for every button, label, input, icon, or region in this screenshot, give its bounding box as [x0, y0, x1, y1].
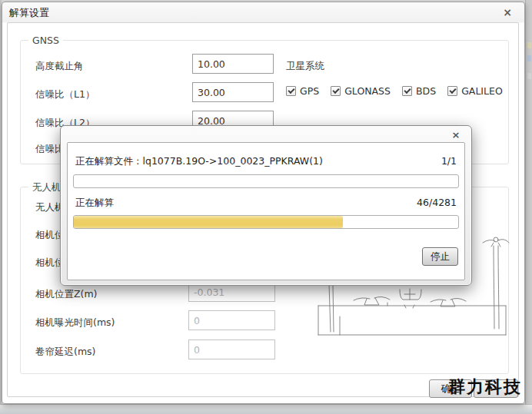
- file-count-value: 1/1: [441, 155, 457, 168]
- progress-dialog: × 正在解算文件：lq1077B.19O->100_0023_PPKRAW(1)…: [60, 125, 472, 286]
- stop-button[interactable]: 停止: [422, 247, 458, 266]
- file-progress-row: 正在解算文件：lq1077B.19O->100_0023_PPKRAW(1) 1…: [75, 155, 457, 168]
- bds-checkbox-label: BDS: [416, 85, 436, 97]
- solving-file-label: 正在解算文件：lq1077B.19O->100_0023_PPKRAW(1): [75, 155, 323, 168]
- background-toolbar-item: [527, 42, 531, 48]
- elevation-cutoff-input[interactable]: [192, 54, 274, 74]
- app-root: 解算设置 × GNSS 高度截止角 卫星系统 信噪比（L1） GPS GLONA…: [0, 0, 532, 414]
- solving-status-label: 正在解算: [75, 197, 114, 210]
- vendor-watermark: 群力科技: [448, 376, 522, 399]
- progress-close-icon[interactable]: ×: [449, 130, 463, 141]
- snr-l1-label: 信噪比（L1）: [35, 88, 95, 101]
- checkbox-glonass[interactable]: GLONASS: [331, 85, 391, 97]
- rolling-shutter-delay-label: 卷帘延迟(ms): [35, 346, 95, 359]
- close-icon[interactable]: ×: [500, 7, 515, 19]
- background-toolbar-item: [527, 55, 531, 61]
- epoch-count-value: 46/4281: [417, 197, 457, 210]
- epoch-progress-bar-fill: [74, 216, 343, 228]
- satellite-system-checkbox-group: GPS GLONASS BDS GALILEO: [286, 85, 503, 97]
- dialog-title: 解算设置: [9, 6, 49, 20]
- progress-dialog-content: 正在解算文件：lq1077B.19O->100_0023_PPKRAW(1) 1…: [67, 142, 465, 280]
- elevation-cutoff-label: 高度截止角: [35, 60, 84, 73]
- background-right-edge: [525, 0, 532, 414]
- background-bottom-edge: [0, 404, 532, 414]
- glonass-checkbox-label: GLONASS: [344, 85, 391, 97]
- snr-l1-input[interactable]: [192, 82, 274, 102]
- background-toolbar-item: [527, 73, 531, 79]
- galileo-checkbox-label: GALILEO: [461, 85, 503, 97]
- gnss-group-label: GNSS: [28, 35, 63, 46]
- camera-exposure-input[interactable]: [188, 310, 275, 330]
- checkbox-galileo[interactable]: GALILEO: [447, 85, 503, 97]
- satellite-system-label: 卫星系统: [286, 60, 324, 73]
- epoch-progress-bar: [73, 215, 459, 229]
- file-progress-bar: [73, 174, 459, 188]
- epoch-progress-row: 正在解算 46/4281: [75, 197, 457, 210]
- gps-checkbox-label: GPS: [300, 85, 319, 97]
- checkbox-bds[interactable]: BDS: [402, 85, 436, 97]
- rolling-shutter-delay-input[interactable]: [188, 339, 275, 359]
- camera-exposure-label: 相机曝光时间(ms): [35, 316, 115, 330]
- checkbox-gps[interactable]: GPS: [286, 85, 319, 97]
- glonass-checkbox-icon[interactable]: [331, 86, 341, 96]
- bds-checkbox-icon[interactable]: [402, 86, 412, 96]
- camera-pos-z-label: 相机位置Z(m): [35, 288, 98, 301]
- gps-checkbox-icon[interactable]: [286, 86, 296, 96]
- galileo-checkbox-icon[interactable]: [447, 86, 457, 96]
